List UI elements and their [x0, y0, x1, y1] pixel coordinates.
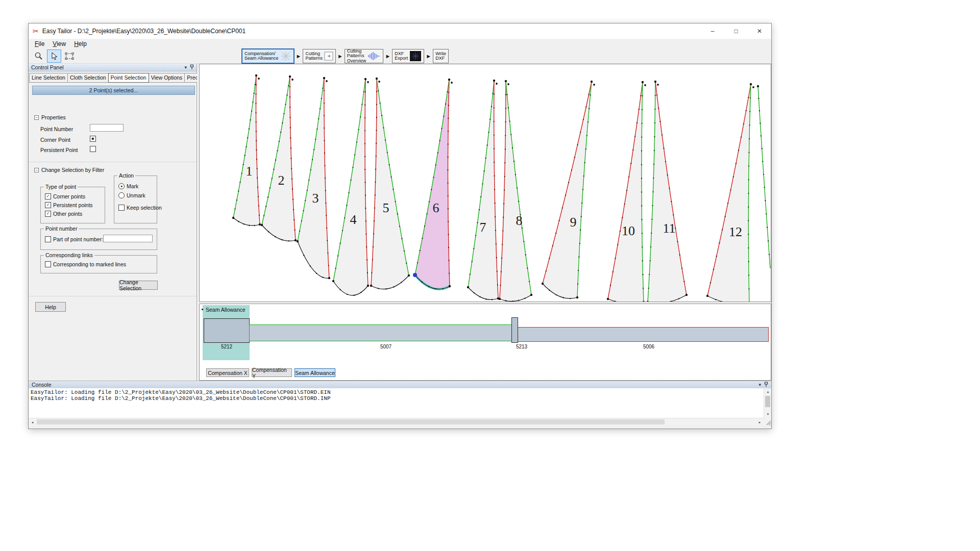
- marquee-tool-button[interactable]: [62, 49, 77, 63]
- magnifier-icon: [34, 52, 43, 61]
- scroll-down-icon[interactable]: ▼: [764, 411, 772, 418]
- keep-selection-checkbox[interactable]: [118, 205, 125, 211]
- select-tool-button[interactable]: [47, 49, 61, 63]
- seam-segment-5212[interactable]: [204, 318, 250, 343]
- pin-icon[interactable]: [764, 382, 768, 388]
- collapse-icon[interactable]: −: [34, 115, 39, 120]
- panel-number: 9: [570, 215, 577, 230]
- corresponding-links-group: Corresponding links Corresponding to mar…: [40, 255, 157, 273]
- action-group: Action ● Mark Unmark Keep selection: [114, 176, 157, 223]
- point-number-group: Point number Part of point number:: [40, 229, 157, 250]
- window-title: Easy Tailor - D:\2_Projekte\Easy\2020\03…: [42, 28, 246, 35]
- corner-point-checkbox[interactable]: ■: [90, 136, 96, 142]
- sail-panel-8[interactable]: 8: [499, 80, 532, 302]
- drawing-canvas[interactable]: 123456789101112: [199, 64, 771, 302]
- scrollbar-thumb[interactable]: [37, 419, 665, 424]
- cutting-patterns-icon: [324, 52, 333, 61]
- console-vertical-scrollbar[interactable]: ▲ ▼: [764, 388, 771, 418]
- segment-label: 5007: [380, 344, 391, 349]
- scroll-right-icon[interactable]: ►: [756, 418, 764, 426]
- app-window: ✂ Easy Tailor - D:\2_Projekte\Easy\2020\…: [28, 23, 772, 429]
- filter-section-title: Change Selection by Filter: [41, 167, 104, 173]
- minimize-button[interactable]: –: [701, 23, 724, 39]
- sail-panel-4[interactable]: 4: [332, 78, 369, 296]
- tab-compensation-y[interactable]: Compensation Y: [252, 368, 292, 377]
- panel-number: 4: [350, 212, 357, 227]
- marquee-selection-icon: [65, 52, 74, 60]
- sail-panel-6[interactable]: 6: [413, 79, 453, 290]
- mark-radio[interactable]: ●: [118, 183, 125, 189]
- console-header: Console ▾: [29, 381, 771, 388]
- scroll-up-icon[interactable]: ▲: [764, 388, 772, 395]
- section-divider: [29, 296, 197, 296]
- panel-number: 6: [433, 201, 439, 215]
- console-horizontal-scrollbar[interactable]: ◄ ►: [29, 418, 764, 425]
- workflow-step-cutting-patterns-overview[interactable]: Cutting Patterns Overview: [345, 49, 384, 63]
- sail-panel-5[interactable]: 5: [370, 78, 410, 290]
- workflow-step-label: DXF Export: [395, 52, 408, 61]
- pin-icon[interactable]: [190, 64, 194, 71]
- seam-segment-5213[interactable]: [511, 317, 518, 343]
- scroll-left-icon[interactable]: ◄: [29, 418, 36, 426]
- resize-grip[interactable]: [764, 418, 771, 425]
- sail-panel-11[interactable]: 11: [647, 81, 688, 302]
- titlebar: ✂ Easy Tailor - D:\2_Projekte\Easy\2020\…: [29, 23, 771, 39]
- scrollbar-thumb[interactable]: [765, 396, 770, 407]
- seam-segment-5006[interactable]: [517, 327, 769, 342]
- help-button[interactable]: Help: [35, 302, 66, 312]
- part-of-point-number-checkbox[interactable]: [45, 236, 51, 242]
- point-number-input[interactable]: [90, 124, 124, 132]
- panel-number: 10: [622, 223, 635, 238]
- sail-panel-10[interactable]: 10: [607, 81, 646, 302]
- sail-panel-2[interactable]: 2: [261, 76, 297, 242]
- close-button[interactable]: ✕: [748, 23, 771, 39]
- menu-item-view[interactable]: View: [48, 40, 70, 48]
- console-panel: Console ▾ EasyTailor: Loading file D:\2_…: [29, 381, 771, 425]
- zoom-tool-button[interactable]: [32, 49, 46, 63]
- other-points-label: Other points: [53, 211, 82, 217]
- chevron-down-icon[interactable]: ▾: [758, 382, 761, 387]
- tab-point-selection[interactable]: Point Selection: [108, 73, 149, 83]
- workflow-bar: Compensation/ Seam Allowance ► Cutting P…: [241, 49, 449, 63]
- chevron-down-icon[interactable]: ▾: [184, 65, 187, 70]
- seam-handle-dot: [202, 309, 203, 310]
- workflow-step-dxf-export[interactable]: DXF Export: [392, 49, 424, 63]
- other-points-checkbox[interactable]: ✓: [45, 211, 51, 217]
- sail-panel-9[interactable]: 9: [542, 81, 595, 299]
- sail-panel-7[interactable]: 7: [467, 80, 499, 300]
- persistent-point-checkbox[interactable]: [90, 146, 96, 152]
- step-arrow-icon: ►: [296, 53, 302, 59]
- part-of-point-number-input[interactable]: [103, 235, 153, 242]
- menu-item-help[interactable]: Help: [70, 40, 91, 48]
- unmark-radio[interactable]: [118, 192, 125, 198]
- sail-panel-12[interactable]: 12: [706, 83, 754, 302]
- corresponding-to-marked-lines-checkbox[interactable]: [45, 261, 51, 267]
- tab-seam-allowance[interactable]: Seam Allowance: [295, 368, 335, 377]
- workflow-step-compensation-seam-allowance[interactable]: Compensation/ Seam Allowance: [241, 48, 295, 64]
- workflow-step-write-dxf[interactable]: Write DXF: [433, 49, 449, 63]
- corner-points-checkbox[interactable]: ✓: [45, 193, 51, 199]
- collapse-icon[interactable]: −: [34, 168, 39, 172]
- sail-panel-1[interactable]: 1: [232, 74, 261, 226]
- tab-compensation-x[interactable]: Compensation X: [206, 368, 249, 377]
- change-selection-button[interactable]: Change Selection: [119, 281, 158, 290]
- segment-label: 5006: [643, 344, 654, 349]
- sail-panel-3[interactable]: 3: [297, 77, 330, 279]
- segment-label: 5212: [221, 344, 232, 349]
- seam-segment-5007[interactable]: [249, 324, 513, 341]
- properties-section-title: Properties: [41, 114, 66, 120]
- panel-number: 7: [480, 220, 486, 235]
- selection-count-header[interactable]: 2 Point(s) selected...: [32, 86, 195, 95]
- tab-view-options[interactable]: View Options: [149, 73, 185, 83]
- persistent-points-checkbox[interactable]: ✓: [45, 202, 51, 208]
- panel-number: 12: [729, 224, 742, 239]
- menubar: File View Help: [29, 39, 771, 48]
- tab-line-selection[interactable]: Line Selection: [29, 73, 68, 83]
- workflow-step-cutting-patterns[interactable]: Cutting Patterns: [303, 49, 336, 63]
- maximize-button[interactable]: □: [724, 23, 748, 39]
- panel-number: 2: [278, 173, 285, 188]
- menu-item-file[interactable]: File: [31, 40, 48, 48]
- workflow-step-label: Cutting Patterns: [305, 52, 323, 61]
- tab-cloth-selection[interactable]: Cloth Selection: [67, 73, 109, 83]
- selected-point[interactable]: [413, 273, 417, 277]
